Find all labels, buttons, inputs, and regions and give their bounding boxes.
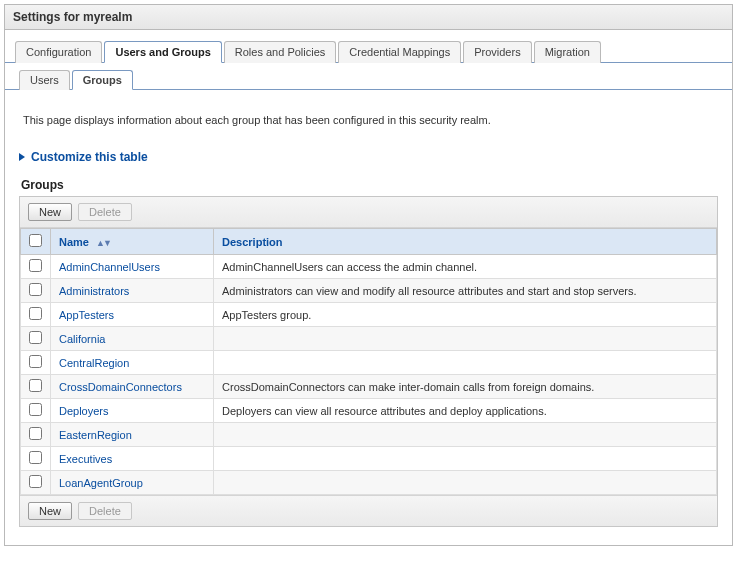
group-link[interactable]: CrossDomainConnectors: [59, 381, 182, 393]
row-description-cell: [214, 471, 717, 495]
row-name-cell: Executives: [51, 447, 214, 471]
row-select-checkbox[interactable]: [29, 355, 42, 368]
sort-icon: ▲▼: [96, 238, 110, 248]
tab-providers[interactable]: Providers: [463, 41, 531, 63]
table-row: AppTestersAppTesters group.: [21, 303, 717, 327]
table-toolbar-top: New Delete: [20, 197, 717, 228]
content-area: This page displays information about eac…: [5, 90, 732, 545]
table-row: Executives: [21, 447, 717, 471]
settings-panel: Settings for myrealm ConfigurationUsers …: [4, 4, 733, 546]
group-link[interactable]: AdminChannelUsers: [59, 261, 160, 273]
row-select-cell: [21, 255, 51, 279]
row-description-cell: [214, 447, 717, 471]
row-select-cell: [21, 303, 51, 327]
table-row: CrossDomainConnectorsCrossDomainConnecto…: [21, 375, 717, 399]
row-select-checkbox[interactable]: [29, 451, 42, 464]
row-description-cell: [214, 327, 717, 351]
row-select-cell: [21, 471, 51, 495]
tab-configuration[interactable]: Configuration: [15, 41, 102, 63]
row-select-checkbox[interactable]: [29, 427, 42, 440]
row-select-cell: [21, 399, 51, 423]
row-name-cell: AdminChannelUsers: [51, 255, 214, 279]
tab-credential-mappings[interactable]: Credential Mappings: [338, 41, 461, 63]
table-row: California: [21, 327, 717, 351]
panel-title: Settings for myrealm: [5, 5, 732, 30]
table-row: AdministratorsAdministrators can view an…: [21, 279, 717, 303]
row-select-checkbox[interactable]: [29, 283, 42, 296]
row-select-checkbox[interactable]: [29, 379, 42, 392]
table-row: LoanAgentGroup: [21, 471, 717, 495]
subtab-users[interactable]: Users: [19, 70, 70, 90]
row-name-cell: California: [51, 327, 214, 351]
row-description-cell: [214, 423, 717, 447]
row-description-cell: AppTesters group.: [214, 303, 717, 327]
row-description-cell: Deployers can view all resource attribut…: [214, 399, 717, 423]
row-name-cell: Deployers: [51, 399, 214, 423]
groups-table-frame: New Delete Name ▲▼ Description: [19, 196, 718, 527]
delete-button[interactable]: Delete: [78, 203, 132, 221]
group-link[interactable]: Administrators: [59, 285, 129, 297]
column-header-description-label: Description: [222, 236, 283, 248]
group-link[interactable]: LoanAgentGroup: [59, 477, 143, 489]
row-name-cell: Administrators: [51, 279, 214, 303]
row-select-cell: [21, 375, 51, 399]
table-title: Groups: [21, 178, 718, 192]
group-link[interactable]: California: [59, 333, 105, 345]
row-select-checkbox[interactable]: [29, 403, 42, 416]
row-select-cell: [21, 327, 51, 351]
row-name-cell: EasternRegion: [51, 423, 214, 447]
row-select-cell: [21, 279, 51, 303]
row-description-cell: [214, 351, 717, 375]
secondary-tabs: UsersGroups: [5, 63, 732, 90]
row-select-cell: [21, 447, 51, 471]
table-row: AdminChannelUsersAdminChannelUsers can a…: [21, 255, 717, 279]
group-link[interactable]: Deployers: [59, 405, 109, 417]
group-link[interactable]: AppTesters: [59, 309, 114, 321]
group-link[interactable]: EasternRegion: [59, 429, 132, 441]
row-description-cell: Administrators can view and modify all r…: [214, 279, 717, 303]
column-header-name-label: Name: [59, 236, 89, 248]
row-name-cell: CentralRegion: [51, 351, 214, 375]
expand-icon: [19, 153, 25, 161]
tab-users-and-groups[interactable]: Users and Groups: [104, 41, 221, 63]
row-name-cell: LoanAgentGroup: [51, 471, 214, 495]
row-select-checkbox[interactable]: [29, 307, 42, 320]
row-select-cell: [21, 351, 51, 375]
row-select-checkbox[interactable]: [29, 259, 42, 272]
group-link[interactable]: CentralRegion: [59, 357, 129, 369]
delete-button-bottom[interactable]: Delete: [78, 502, 132, 520]
row-description-cell: AdminChannelUsers can access the admin c…: [214, 255, 717, 279]
customize-label: Customize this table: [31, 150, 148, 164]
subtab-groups[interactable]: Groups: [72, 70, 133, 90]
select-all-header: [21, 229, 51, 255]
select-all-checkbox[interactable]: [29, 234, 42, 247]
new-button[interactable]: New: [28, 203, 72, 221]
row-description-cell: CrossDomainConnectors can make inter-dom…: [214, 375, 717, 399]
tab-migration[interactable]: Migration: [534, 41, 601, 63]
group-link[interactable]: Executives: [59, 453, 112, 465]
groups-table: Name ▲▼ Description AdminChannelUsersAdm…: [20, 228, 717, 495]
column-header-name[interactable]: Name ▲▼: [51, 229, 214, 255]
row-name-cell: AppTesters: [51, 303, 214, 327]
row-select-checkbox[interactable]: [29, 331, 42, 344]
row-select-checkbox[interactable]: [29, 475, 42, 488]
row-name-cell: CrossDomainConnectors: [51, 375, 214, 399]
table-toolbar-bottom: New Delete: [20, 495, 717, 526]
column-header-description[interactable]: Description: [214, 229, 717, 255]
customize-table-link[interactable]: Customize this table: [19, 150, 148, 164]
page-description: This page displays information about eac…: [23, 114, 714, 126]
row-select-cell: [21, 423, 51, 447]
tab-roles-and-policies[interactable]: Roles and Policies: [224, 41, 337, 63]
new-button-bottom[interactable]: New: [28, 502, 72, 520]
table-row: CentralRegion: [21, 351, 717, 375]
table-row: DeployersDeployers can view all resource…: [21, 399, 717, 423]
primary-tabs: ConfigurationUsers and GroupsRoles and P…: [5, 30, 732, 63]
table-row: EasternRegion: [21, 423, 717, 447]
